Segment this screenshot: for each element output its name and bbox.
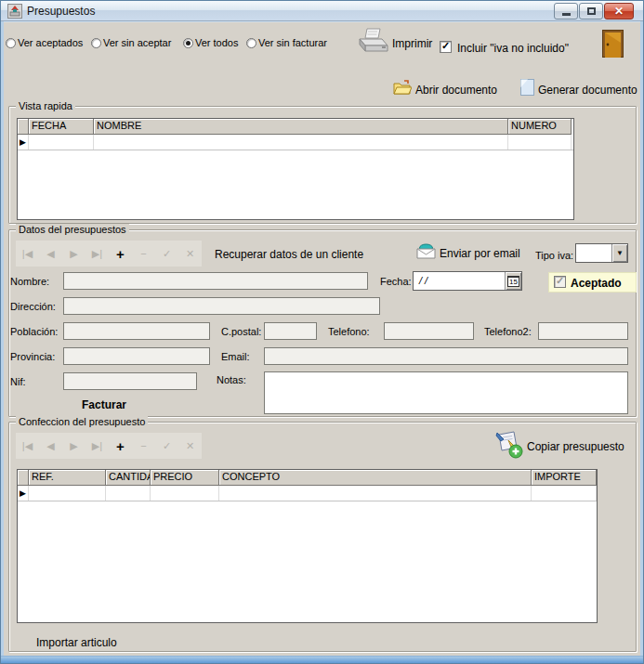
nav-post-button[interactable]: ✓: [155, 433, 178, 459]
window-title: Presupuestos: [27, 5, 95, 18]
nav-delete-button[interactable]: −: [132, 433, 155, 459]
generar-documento-label[interactable]: Generar documento: [538, 84, 637, 97]
window-edge-bottom: [1, 656, 643, 663]
close-icon: ✕: [614, 5, 624, 18]
tipo-iva-label: Tipo iva:: [535, 250, 573, 261]
tipo-iva-combobox[interactable]: ▼: [575, 243, 628, 263]
email-label: Email:: [221, 351, 250, 362]
imprimir-label[interactable]: Imprimir: [392, 37, 432, 50]
confeccion-col-ref[interactable]: REF.: [29, 470, 106, 486]
aceptado-label: Aceptado: [571, 277, 622, 290]
chevron-down-icon[interactable]: ▼: [611, 244, 627, 262]
open-folder-icon[interactable]: [393, 80, 412, 96]
radio-ver-aceptados[interactable]: [6, 38, 16, 48]
notas-label: Notas:: [217, 374, 246, 385]
window-edge-right: [640, 21, 643, 663]
vista-col-indicator: [18, 119, 29, 135]
vista-grid-header: FECHA NOMBRE NUMERO: [18, 119, 573, 135]
nav-next-button[interactable]: ▶: [62, 241, 85, 267]
nav-next-button[interactable]: ▶: [62, 433, 85, 459]
enviar-email-label[interactable]: Enviar por email: [440, 247, 520, 260]
confeccion-col-concepto[interactable]: CONCEPTO: [219, 470, 532, 486]
minimize-button[interactable]: [554, 3, 578, 20]
nav-first-button[interactable]: |◀: [16, 241, 39, 267]
app-window: Presupuestos ✕ Ver aceptados Ver sin ace…: [0, 0, 644, 664]
nav-prior-button[interactable]: ◀: [39, 433, 62, 459]
recuperar-datos-label[interactable]: Recuperar datos de un cliente: [215, 248, 363, 261]
incluir-iva-label[interactable]: Incluir "iva no incluido": [457, 42, 569, 55]
radio-ver-todos[interactable]: [183, 38, 193, 48]
nif-field[interactable]: [63, 372, 197, 390]
provincia-field[interactable]: [63, 347, 210, 365]
radio-ver-sin-facturar[interactable]: [246, 38, 256, 48]
maximize-icon: [587, 7, 596, 15]
telefono2-field[interactable]: [538, 322, 628, 340]
nav-last-button[interactable]: ▶|: [85, 241, 109, 267]
nav-insert-button[interactable]: +: [109, 433, 132, 459]
cpostal-field[interactable]: [264, 322, 317, 340]
copy-presupuesto-icon[interactable]: [495, 431, 525, 459]
vista-col-numero[interactable]: NUMERO: [508, 119, 572, 135]
nav-first-button[interactable]: |◀: [16, 433, 39, 459]
check-icon: ✓: [441, 40, 450, 52]
maximize-button[interactable]: [579, 3, 603, 20]
email-field[interactable]: [264, 347, 628, 365]
confeccion-grid-row[interactable]: ▶: [18, 486, 597, 501]
nav-insert-button[interactable]: +: [109, 241, 132, 267]
printer-icon[interactable]: [354, 27, 389, 55]
window-edge-left: [1, 21, 4, 663]
direccion-field[interactable]: [63, 297, 380, 315]
confeccion-grid[interactable]: REF. CANTIDAD PRECIO CONCEPTO IMPORTE ▶: [17, 469, 598, 623]
telefono-field[interactable]: [384, 322, 474, 340]
title-bar[interactable]: Presupuestos ✕: [1, 1, 643, 21]
confeccion-col-precio[interactable]: PRECIO: [151, 470, 219, 486]
nombre-label: Nombre:: [10, 276, 49, 287]
check-icon: ✓: [556, 275, 564, 287]
datos-db-navigator: |◀ ◀ ▶ ▶| + − ✓ ✕: [16, 241, 202, 267]
copiar-presupuesto-label[interactable]: Copiar presupuesto: [527, 440, 624, 453]
provincia-label: Provincia:: [10, 351, 55, 362]
importar-articulo-button[interactable]: Importar articulo: [36, 636, 117, 649]
cpostal-label: C.postal:: [221, 326, 261, 337]
exit-door-icon[interactable]: [602, 30, 624, 58]
confeccion-col-indicator: [18, 470, 29, 486]
abrir-documento-label[interactable]: Abrir documento: [415, 84, 497, 97]
poblacion-field[interactable]: [63, 322, 210, 340]
vista-grid-row[interactable]: ▶: [18, 135, 573, 150]
incluir-iva-checkbox[interactable]: ✓: [440, 41, 452, 53]
facturar-button[interactable]: Facturar: [82, 398, 126, 411]
close-button[interactable]: ✕: [604, 3, 634, 20]
nav-cancel-button[interactable]: ✕: [178, 241, 202, 267]
email-envelope-icon[interactable]: [416, 243, 436, 259]
notas-field[interactable]: [264, 371, 628, 414]
confeccion-group-title: Confeccion del presupuesto: [16, 416, 148, 427]
nav-prior-button[interactable]: ◀: [39, 241, 62, 267]
vista-col-fecha[interactable]: FECHA: [29, 119, 94, 135]
telefono-label: Telefono:: [328, 326, 370, 337]
radio-ver-sin-aceptar[interactable]: [91, 38, 101, 48]
generar-document-icon[interactable]: [520, 79, 534, 96]
nombre-field[interactable]: [63, 272, 368, 290]
nav-cancel-button[interactable]: ✕: [178, 433, 202, 459]
tipo-iva-value: [576, 244, 611, 262]
radio-ver-todos-label[interactable]: Ver todos: [195, 37, 238, 48]
confeccion-col-cantidad[interactable]: CANTIDAD: [106, 470, 151, 486]
radio-ver-sin-facturar-label[interactable]: Ver sin facturar: [258, 37, 327, 48]
aceptado-checkbox[interactable]: ✓: [554, 276, 566, 288]
confeccion-col-importe[interactable]: IMPORTE: [532, 470, 597, 486]
nav-last-button[interactable]: ▶|: [85, 433, 109, 459]
nav-post-button[interactable]: ✓: [155, 241, 178, 267]
fecha-field[interactable]: / / 15: [413, 271, 522, 291]
calendar-button[interactable]: 15: [505, 272, 521, 290]
vista-rapida-grid[interactable]: FECHA NOMBRE NUMERO ▶: [17, 118, 574, 220]
telefono2-label: Telefono2:: [484, 326, 532, 337]
direccion-label: Dirección:: [10, 301, 56, 312]
vista-rapida-title: Vista rapida: [16, 100, 75, 111]
minimize-icon: [562, 13, 571, 16]
radio-ver-sin-aceptar-label[interactable]: Ver sin aceptar: [103, 37, 171, 48]
radio-ver-aceptados-label[interactable]: Ver aceptados: [18, 37, 83, 48]
nav-delete-button[interactable]: −: [132, 241, 155, 267]
vista-col-nombre[interactable]: NOMBRE: [94, 119, 508, 135]
confeccion-grid-header: REF. CANTIDAD PRECIO CONCEPTO IMPORTE: [18, 470, 597, 486]
confeccion-db-navigator: |◀ ◀ ▶ ▶| + − ✓ ✕: [16, 433, 202, 459]
